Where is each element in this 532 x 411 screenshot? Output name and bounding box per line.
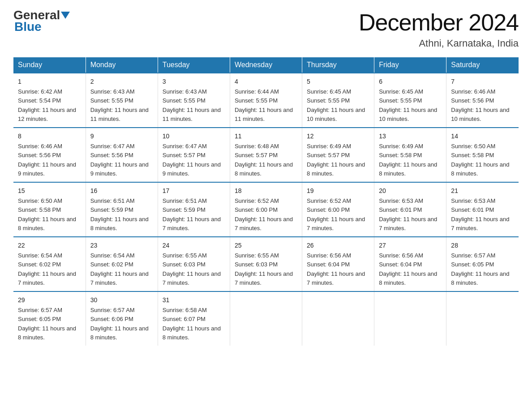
day-info: Sunrise: 6:57 AMSunset: 6:06 PMDaylight:… bbox=[90, 307, 149, 341]
day-number: 22 bbox=[18, 241, 81, 250]
logo: General Blue bbox=[13, 9, 71, 34]
day-number: 6 bbox=[379, 77, 442, 86]
day-number: 24 bbox=[163, 241, 225, 250]
day-info: Sunrise: 6:57 AMSunset: 6:05 PMDaylight:… bbox=[451, 252, 509, 286]
calendar-cell: 30 Sunrise: 6:57 AMSunset: 6:06 PMDaylig… bbox=[86, 291, 158, 346]
calendar-cell: 20 Sunrise: 6:53 AMSunset: 6:01 PMDaylig… bbox=[374, 182, 446, 237]
day-info: Sunrise: 6:56 AMSunset: 6:04 PMDaylight:… bbox=[379, 252, 437, 286]
calendar-cell: 11 Sunrise: 6:48 AMSunset: 5:57 PMDaylig… bbox=[230, 128, 302, 182]
week-row-5: 29 Sunrise: 6:57 AMSunset: 6:05 PMDaylig… bbox=[13, 291, 519, 346]
day-info: Sunrise: 6:53 AMSunset: 6:01 PMDaylight:… bbox=[379, 197, 437, 231]
day-info: Sunrise: 6:42 AMSunset: 5:54 PMDaylight:… bbox=[18, 88, 76, 122]
day-info: Sunrise: 6:56 AMSunset: 6:04 PMDaylight:… bbox=[307, 252, 365, 286]
day-number: 14 bbox=[451, 132, 514, 141]
day-header-friday: Friday bbox=[374, 57, 446, 73]
calendar-cell: 23 Sunrise: 6:54 AMSunset: 6:02 PMDaylig… bbox=[86, 237, 158, 291]
day-number: 11 bbox=[235, 132, 297, 141]
calendar-table: SundayMondayTuesdayWednesdayThursdayFrid… bbox=[13, 57, 519, 346]
day-headers-row: SundayMondayTuesdayWednesdayThursdayFrid… bbox=[13, 57, 519, 73]
day-info: Sunrise: 6:58 AMSunset: 6:07 PMDaylight:… bbox=[163, 307, 221, 341]
day-number: 4 bbox=[235, 77, 297, 86]
calendar-cell bbox=[446, 291, 519, 346]
calendar-cell: 8 Sunrise: 6:46 AMSunset: 5:56 PMDayligh… bbox=[13, 128, 86, 182]
calendar-cell: 25 Sunrise: 6:55 AMSunset: 6:03 PMDaylig… bbox=[230, 237, 302, 291]
day-number: 29 bbox=[18, 295, 81, 305]
day-number: 12 bbox=[307, 132, 369, 141]
calendar-cell: 24 Sunrise: 6:55 AMSunset: 6:03 PMDaylig… bbox=[158, 237, 230, 291]
calendar-cell: 31 Sunrise: 6:58 AMSunset: 6:07 PMDaylig… bbox=[158, 291, 230, 346]
day-info: Sunrise: 6:52 AMSunset: 6:00 PMDaylight:… bbox=[307, 197, 365, 231]
header: General Blue December 2024 Athni, Karnat… bbox=[13, 9, 519, 49]
day-number: 25 bbox=[235, 241, 297, 250]
day-info: Sunrise: 6:54 AMSunset: 6:02 PMDaylight:… bbox=[90, 252, 149, 286]
day-info: Sunrise: 6:49 AMSunset: 5:57 PMDaylight:… bbox=[307, 143, 365, 177]
title-area: December 2024 Athni, Karnataka, India bbox=[359, 9, 519, 49]
day-info: Sunrise: 6:57 AMSunset: 6:05 PMDaylight:… bbox=[18, 307, 76, 341]
week-row-4: 22 Sunrise: 6:54 AMSunset: 6:02 PMDaylig… bbox=[13, 237, 519, 291]
day-number: 16 bbox=[90, 186, 153, 196]
day-info: Sunrise: 6:55 AMSunset: 6:03 PMDaylight:… bbox=[235, 252, 293, 286]
day-number: 19 bbox=[307, 186, 369, 196]
day-number: 5 bbox=[307, 77, 369, 86]
subtitle: Athni, Karnataka, India bbox=[359, 38, 519, 49]
calendar-cell: 13 Sunrise: 6:49 AMSunset: 5:58 PMDaylig… bbox=[374, 128, 446, 182]
day-number: 23 bbox=[90, 241, 153, 250]
day-number: 10 bbox=[163, 132, 225, 141]
calendar-cell: 2 Sunrise: 6:43 AMSunset: 5:55 PMDayligh… bbox=[86, 73, 158, 128]
day-info: Sunrise: 6:50 AMSunset: 5:58 PMDaylight:… bbox=[451, 143, 509, 177]
calendar-cell: 26 Sunrise: 6:56 AMSunset: 6:04 PMDaylig… bbox=[302, 237, 374, 291]
calendar-cell: 1 Sunrise: 6:42 AMSunset: 5:54 PMDayligh… bbox=[13, 73, 86, 128]
day-number: 27 bbox=[379, 241, 442, 250]
calendar-cell: 21 Sunrise: 6:53 AMSunset: 6:01 PMDaylig… bbox=[446, 182, 519, 237]
main-title: December 2024 bbox=[359, 9, 519, 36]
calendar-cell: 10 Sunrise: 6:47 AMSunset: 5:57 PMDaylig… bbox=[158, 128, 230, 182]
day-number: 1 bbox=[18, 77, 81, 86]
calendar-cell: 22 Sunrise: 6:54 AMSunset: 6:02 PMDaylig… bbox=[13, 237, 86, 291]
day-info: Sunrise: 6:53 AMSunset: 6:01 PMDaylight:… bbox=[451, 197, 509, 231]
day-info: Sunrise: 6:43 AMSunset: 5:55 PMDaylight:… bbox=[163, 88, 221, 122]
day-info: Sunrise: 6:51 AMSunset: 5:59 PMDaylight:… bbox=[90, 197, 149, 231]
calendar-cell: 17 Sunrise: 6:51 AMSunset: 5:59 PMDaylig… bbox=[158, 182, 230, 237]
calendar-cell bbox=[302, 291, 374, 346]
day-number: 30 bbox=[90, 295, 153, 305]
day-info: Sunrise: 6:44 AMSunset: 5:55 PMDaylight:… bbox=[235, 88, 293, 122]
day-info: Sunrise: 6:54 AMSunset: 6:02 PMDaylight:… bbox=[18, 252, 76, 286]
day-number: 13 bbox=[379, 132, 442, 141]
calendar-cell: 7 Sunrise: 6:46 AMSunset: 5:56 PMDayligh… bbox=[446, 73, 519, 128]
calendar-cell: 28 Sunrise: 6:57 AMSunset: 6:05 PMDaylig… bbox=[446, 237, 519, 291]
day-header-monday: Monday bbox=[86, 57, 158, 73]
day-number: 2 bbox=[90, 77, 153, 86]
day-header-wednesday: Wednesday bbox=[230, 57, 302, 73]
day-info: Sunrise: 6:47 AMSunset: 5:57 PMDaylight:… bbox=[163, 143, 221, 177]
week-row-1: 1 Sunrise: 6:42 AMSunset: 5:54 PMDayligh… bbox=[13, 73, 519, 128]
day-number: 18 bbox=[235, 186, 297, 196]
week-row-3: 15 Sunrise: 6:50 AMSunset: 5:58 PMDaylig… bbox=[13, 182, 519, 237]
day-header-thursday: Thursday bbox=[302, 57, 374, 73]
day-header-saturday: Saturday bbox=[446, 57, 519, 73]
calendar-cell bbox=[374, 291, 446, 346]
day-number: 28 bbox=[451, 241, 514, 250]
calendar-cell: 27 Sunrise: 6:56 AMSunset: 6:04 PMDaylig… bbox=[374, 237, 446, 291]
day-number: 21 bbox=[451, 186, 514, 196]
logo-blue-text: Blue bbox=[13, 20, 42, 34]
day-info: Sunrise: 6:45 AMSunset: 5:55 PMDaylight:… bbox=[307, 88, 365, 122]
calendar-cell: 12 Sunrise: 6:49 AMSunset: 5:57 PMDaylig… bbox=[302, 128, 374, 182]
calendar-cell: 14 Sunrise: 6:50 AMSunset: 5:58 PMDaylig… bbox=[446, 128, 519, 182]
day-number: 7 bbox=[451, 77, 514, 86]
day-info: Sunrise: 6:45 AMSunset: 5:55 PMDaylight:… bbox=[379, 88, 437, 122]
calendar-cell: 16 Sunrise: 6:51 AMSunset: 5:59 PMDaylig… bbox=[86, 182, 158, 237]
calendar-cell: 3 Sunrise: 6:43 AMSunset: 5:55 PMDayligh… bbox=[158, 73, 230, 128]
day-number: 3 bbox=[163, 77, 225, 86]
calendar-cell: 19 Sunrise: 6:52 AMSunset: 6:00 PMDaylig… bbox=[302, 182, 374, 237]
day-info: Sunrise: 6:47 AMSunset: 5:56 PMDaylight:… bbox=[90, 143, 149, 177]
logo-triangle-icon bbox=[61, 12, 70, 19]
day-number: 8 bbox=[18, 132, 81, 141]
day-info: Sunrise: 6:51 AMSunset: 5:59 PMDaylight:… bbox=[163, 197, 221, 231]
calendar-cell: 29 Sunrise: 6:57 AMSunset: 6:05 PMDaylig… bbox=[13, 291, 86, 346]
calendar-cell: 9 Sunrise: 6:47 AMSunset: 5:56 PMDayligh… bbox=[86, 128, 158, 182]
day-number: 17 bbox=[163, 186, 225, 196]
calendar-cell: 4 Sunrise: 6:44 AMSunset: 5:55 PMDayligh… bbox=[230, 73, 302, 128]
day-number: 26 bbox=[307, 241, 369, 250]
week-row-2: 8 Sunrise: 6:46 AMSunset: 5:56 PMDayligh… bbox=[13, 128, 519, 182]
calendar-cell: 15 Sunrise: 6:50 AMSunset: 5:58 PMDaylig… bbox=[13, 182, 86, 237]
